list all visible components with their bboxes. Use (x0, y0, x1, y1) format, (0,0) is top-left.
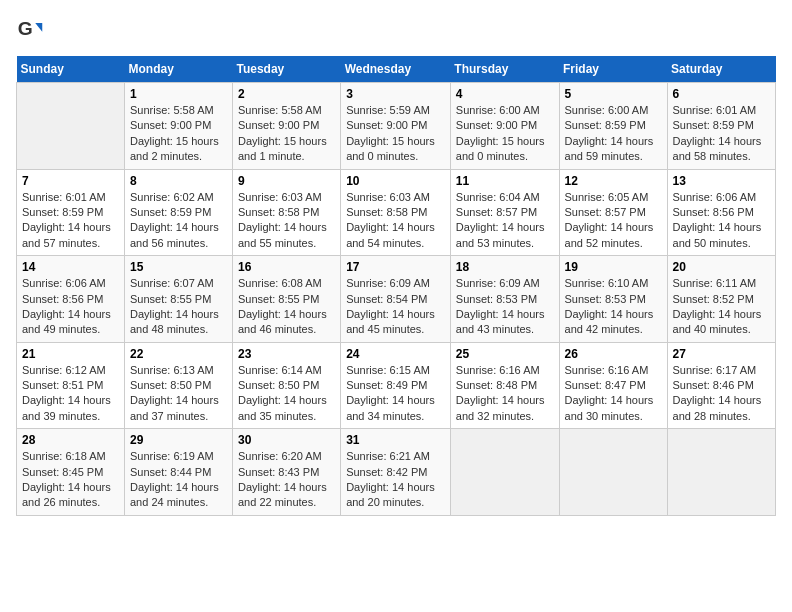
sunrise-label: Sunrise: 6:01 AM (22, 191, 106, 203)
sunrise-label: Sunrise: 6:01 AM (673, 104, 757, 116)
sunrise-label: Sunrise: 5:58 AM (130, 104, 214, 116)
day-header-wednesday: Wednesday (341, 56, 451, 83)
calendar-cell: 12 Sunrise: 6:05 AM Sunset: 8:57 PM Dayl… (559, 169, 667, 256)
day-info: Sunrise: 6:09 AM Sunset: 8:53 PM Dayligh… (456, 276, 554, 338)
day-info: Sunrise: 6:06 AM Sunset: 8:56 PM Dayligh… (22, 276, 119, 338)
sunrise-label: Sunrise: 5:58 AM (238, 104, 322, 116)
day-info: Sunrise: 6:16 AM Sunset: 8:47 PM Dayligh… (565, 363, 662, 425)
calendar-cell: 1 Sunrise: 5:58 AM Sunset: 9:00 PM Dayli… (124, 83, 232, 170)
day-number: 10 (346, 174, 445, 188)
sunset-label: Sunset: 8:56 PM (22, 293, 103, 305)
day-number: 29 (130, 433, 227, 447)
daylight-label: Daylight: 14 hours and 52 minutes. (565, 221, 654, 248)
day-info: Sunrise: 5:58 AM Sunset: 9:00 PM Dayligh… (238, 103, 335, 165)
sunrise-label: Sunrise: 6:06 AM (673, 191, 757, 203)
sunset-label: Sunset: 8:46 PM (673, 379, 754, 391)
day-number: 7 (22, 174, 119, 188)
day-number: 25 (456, 347, 554, 361)
day-number: 8 (130, 174, 227, 188)
day-info: Sunrise: 6:00 AM Sunset: 8:59 PM Dayligh… (565, 103, 662, 165)
calendar-cell: 22 Sunrise: 6:13 AM Sunset: 8:50 PM Dayl… (124, 342, 232, 429)
calendar-cell: 4 Sunrise: 6:00 AM Sunset: 9:00 PM Dayli… (450, 83, 559, 170)
sunrise-label: Sunrise: 6:16 AM (456, 364, 540, 376)
sunset-label: Sunset: 8:53 PM (565, 293, 646, 305)
day-info: Sunrise: 6:06 AM Sunset: 8:56 PM Dayligh… (673, 190, 770, 252)
day-number: 30 (238, 433, 335, 447)
calendar-cell: 21 Sunrise: 6:12 AM Sunset: 8:51 PM Dayl… (17, 342, 125, 429)
day-info: Sunrise: 6:21 AM Sunset: 8:42 PM Dayligh… (346, 449, 445, 511)
sunset-label: Sunset: 8:42 PM (346, 466, 427, 478)
calendar-cell: 27 Sunrise: 6:17 AM Sunset: 8:46 PM Dayl… (667, 342, 775, 429)
day-number: 17 (346, 260, 445, 274)
day-number: 4 (456, 87, 554, 101)
calendar-cell: 3 Sunrise: 5:59 AM Sunset: 9:00 PM Dayli… (341, 83, 451, 170)
day-number: 26 (565, 347, 662, 361)
calendar-cell: 23 Sunrise: 6:14 AM Sunset: 8:50 PM Dayl… (232, 342, 340, 429)
sunset-label: Sunset: 9:00 PM (456, 119, 537, 131)
day-info: Sunrise: 6:07 AM Sunset: 8:55 PM Dayligh… (130, 276, 227, 338)
calendar-cell: 9 Sunrise: 6:03 AM Sunset: 8:58 PM Dayli… (232, 169, 340, 256)
sunset-label: Sunset: 8:50 PM (130, 379, 211, 391)
sunset-label: Sunset: 8:51 PM (22, 379, 103, 391)
calendar-cell: 19 Sunrise: 6:10 AM Sunset: 8:53 PM Dayl… (559, 256, 667, 343)
calendar-cell: 2 Sunrise: 5:58 AM Sunset: 9:00 PM Dayli… (232, 83, 340, 170)
week-row-5: 28 Sunrise: 6:18 AM Sunset: 8:45 PM Dayl… (17, 429, 776, 516)
day-info: Sunrise: 5:58 AM Sunset: 9:00 PM Dayligh… (130, 103, 227, 165)
daylight-label: Daylight: 14 hours and 43 minutes. (456, 308, 545, 335)
daylight-label: Daylight: 14 hours and 56 minutes. (130, 221, 219, 248)
daylight-label: Daylight: 14 hours and 34 minutes. (346, 394, 435, 421)
sunset-label: Sunset: 8:43 PM (238, 466, 319, 478)
sunset-label: Sunset: 9:00 PM (238, 119, 319, 131)
sunrise-label: Sunrise: 6:04 AM (456, 191, 540, 203)
day-info: Sunrise: 6:20 AM Sunset: 8:43 PM Dayligh… (238, 449, 335, 511)
daylight-label: Daylight: 14 hours and 39 minutes. (22, 394, 111, 421)
calendar-cell: 8 Sunrise: 6:02 AM Sunset: 8:59 PM Dayli… (124, 169, 232, 256)
day-info: Sunrise: 6:01 AM Sunset: 8:59 PM Dayligh… (673, 103, 770, 165)
day-number: 27 (673, 347, 770, 361)
sunset-label: Sunset: 8:49 PM (346, 379, 427, 391)
day-number: 20 (673, 260, 770, 274)
calendar-cell: 16 Sunrise: 6:08 AM Sunset: 8:55 PM Dayl… (232, 256, 340, 343)
day-number: 24 (346, 347, 445, 361)
calendar-cell (559, 429, 667, 516)
daylight-label: Daylight: 15 hours and 1 minute. (238, 135, 327, 162)
day-header-friday: Friday (559, 56, 667, 83)
sunset-label: Sunset: 8:55 PM (238, 293, 319, 305)
sunrise-label: Sunrise: 6:14 AM (238, 364, 322, 376)
daylight-label: Daylight: 14 hours and 37 minutes. (130, 394, 219, 421)
calendar-cell: 11 Sunrise: 6:04 AM Sunset: 8:57 PM Dayl… (450, 169, 559, 256)
sunset-label: Sunset: 8:47 PM (565, 379, 646, 391)
sunset-label: Sunset: 8:56 PM (673, 206, 754, 218)
day-number: 19 (565, 260, 662, 274)
calendar-cell: 18 Sunrise: 6:09 AM Sunset: 8:53 PM Dayl… (450, 256, 559, 343)
week-row-1: 1 Sunrise: 5:58 AM Sunset: 9:00 PM Dayli… (17, 83, 776, 170)
day-info: Sunrise: 6:16 AM Sunset: 8:48 PM Dayligh… (456, 363, 554, 425)
sunset-label: Sunset: 9:00 PM (346, 119, 427, 131)
day-number: 18 (456, 260, 554, 274)
daylight-label: Daylight: 14 hours and 20 minutes. (346, 481, 435, 508)
sunrise-label: Sunrise: 6:10 AM (565, 277, 649, 289)
sunset-label: Sunset: 8:44 PM (130, 466, 211, 478)
daylight-label: Daylight: 14 hours and 50 minutes. (673, 221, 762, 248)
sunset-label: Sunset: 8:45 PM (22, 466, 103, 478)
calendar-table: SundayMondayTuesdayWednesdayThursdayFrid… (16, 56, 776, 516)
calendar-cell: 6 Sunrise: 6:01 AM Sunset: 8:59 PM Dayli… (667, 83, 775, 170)
sunrise-label: Sunrise: 6:20 AM (238, 450, 322, 462)
calendar-cell: 20 Sunrise: 6:11 AM Sunset: 8:52 PM Dayl… (667, 256, 775, 343)
day-header-monday: Monday (124, 56, 232, 83)
daylight-label: Daylight: 14 hours and 53 minutes. (456, 221, 545, 248)
sunset-label: Sunset: 8:59 PM (22, 206, 103, 218)
daylight-label: Daylight: 14 hours and 40 minutes. (673, 308, 762, 335)
calendar-cell: 26 Sunrise: 6:16 AM Sunset: 8:47 PM Dayl… (559, 342, 667, 429)
daylight-label: Daylight: 14 hours and 57 minutes. (22, 221, 111, 248)
day-number: 14 (22, 260, 119, 274)
day-info: Sunrise: 6:10 AM Sunset: 8:53 PM Dayligh… (565, 276, 662, 338)
daylight-label: Daylight: 14 hours and 32 minutes. (456, 394, 545, 421)
svg-marker-1 (35, 23, 42, 32)
sunrise-label: Sunrise: 6:00 AM (456, 104, 540, 116)
day-number: 13 (673, 174, 770, 188)
day-info: Sunrise: 6:04 AM Sunset: 8:57 PM Dayligh… (456, 190, 554, 252)
day-info: Sunrise: 6:01 AM Sunset: 8:59 PM Dayligh… (22, 190, 119, 252)
day-info: Sunrise: 5:59 AM Sunset: 9:00 PM Dayligh… (346, 103, 445, 165)
sunset-label: Sunset: 8:59 PM (130, 206, 211, 218)
